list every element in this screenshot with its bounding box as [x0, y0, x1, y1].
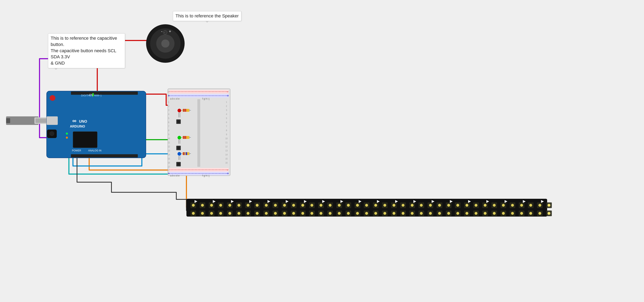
svg-point-211 [529, 204, 532, 207]
svg-point-225 [228, 212, 231, 215]
svg-rect-176 [373, 202, 378, 208]
svg-point-173 [356, 204, 359, 207]
svg-rect-202 [492, 202, 497, 208]
svg-rect-276 [464, 211, 470, 216]
svg-rect-240 [300, 211, 306, 216]
svg-rect-294 [546, 211, 552, 216]
svg-rect-152 [264, 202, 269, 208]
svg-point-187 [420, 204, 423, 207]
svg-point-197 [466, 204, 468, 207]
svg-rect-20 [47, 130, 57, 138]
svg-point-223 [219, 212, 222, 215]
svg-rect-168 [336, 202, 342, 208]
svg-point-185 [411, 204, 414, 207]
svg-text:a b c d e: a b c d e [170, 174, 180, 177]
svg-point-143 [219, 204, 222, 207]
svg-rect-129 [176, 119, 181, 124]
svg-text:+: + [227, 94, 229, 97]
svg-rect-127 [186, 152, 187, 155]
tooltip-speaker: This is to reference the Speaker [173, 11, 241, 21]
svg-point-151 [256, 204, 258, 207]
svg-point-159 [292, 204, 295, 207]
svg-rect-256 [373, 211, 378, 216]
svg-rect-186 [418, 202, 424, 208]
svg-rect-230 [254, 211, 260, 216]
svg-text:1: 1 [226, 101, 227, 103]
svg-point-261 [392, 212, 395, 215]
svg-text:7: 7 [226, 125, 227, 128]
svg-rect-138 [200, 202, 205, 208]
svg-rect-248 [336, 211, 342, 216]
svg-rect-5 [46, 91, 146, 158]
svg-point-263 [402, 212, 404, 215]
svg-text:9: 9 [168, 133, 170, 136]
svg-rect-119 [185, 136, 186, 139]
svg-point-279 [474, 212, 478, 215]
svg-rect-268 [428, 211, 433, 216]
svg-text:+: + [227, 172, 229, 175]
svg-rect-254 [364, 211, 370, 216]
svg-text:▶: ▶ [249, 199, 252, 203]
svg-text:▶: ▶ [359, 199, 362, 203]
svg-point-285 [502, 212, 505, 215]
svg-text:+: + [169, 29, 171, 34]
svg-rect-12 [73, 132, 97, 148]
svg-rect-135 [186, 199, 547, 217]
svg-point-199 [474, 204, 478, 207]
svg-rect-172 [355, 202, 360, 208]
tooltip-capacitive-line2: The capacitive button needs SCL SDA 3.3V [51, 48, 116, 59]
svg-text:▶: ▶ [541, 199, 544, 203]
svg-rect-160 [300, 202, 306, 208]
svg-point-249 [338, 212, 341, 215]
svg-rect-53 [197, 99, 200, 167]
svg-text:9: 9 [226, 133, 227, 136]
svg-point-273 [447, 212, 450, 215]
svg-rect-286 [510, 211, 515, 216]
svg-point-132 [177, 147, 180, 149]
svg-text:-: - [227, 168, 228, 171]
svg-rect-112 [185, 109, 186, 112]
svg-rect-226 [236, 211, 242, 216]
svg-rect-280 [482, 211, 488, 216]
svg-text:12: 12 [225, 146, 228, 148]
tooltip-speaker-text: This is to reference the Speaker [176, 13, 239, 18]
svg-text:5: 5 [168, 117, 170, 119]
svg-text:+: + [168, 172, 170, 175]
svg-rect-11 [50, 95, 55, 101]
svg-rect-178 [382, 202, 388, 208]
svg-point-18 [66, 137, 68, 139]
svg-text:10: 10 [168, 137, 170, 140]
svg-point-233 [265, 212, 268, 215]
svg-point-183 [402, 204, 404, 207]
svg-point-191 [438, 204, 441, 207]
svg-rect-162 [309, 202, 315, 208]
svg-point-179 [384, 204, 386, 207]
svg-point-7 [73, 114, 87, 129]
svg-text:▶: ▶ [304, 199, 307, 203]
svg-rect-278 [473, 211, 479, 216]
svg-text:11: 11 [225, 141, 228, 144]
svg-text:▶: ▶ [322, 199, 325, 203]
svg-rect-140 [209, 202, 214, 208]
svg-rect-2 [34, 117, 51, 124]
svg-point-275 [456, 212, 459, 215]
svg-text:4: 4 [168, 113, 170, 115]
svg-point-157 [283, 204, 286, 207]
svg-rect-47 [170, 94, 228, 98]
svg-rect-216 [190, 211, 196, 216]
svg-text:1: 1 [168, 101, 170, 103]
svg-text:6: 6 [226, 121, 227, 123]
tooltip-capacitive-line1: This is to reference the capacitive butt… [51, 36, 117, 47]
svg-rect-198 [473, 202, 479, 208]
svg-rect-156 [282, 202, 287, 208]
svg-point-287 [511, 212, 514, 215]
svg-rect-260 [391, 211, 397, 216]
svg-point-265 [411, 212, 414, 215]
svg-point-255 [365, 212, 368, 215]
svg-rect-115 [182, 136, 190, 139]
svg-text:5: 5 [226, 117, 227, 119]
svg-text:▶: ▶ [377, 199, 380, 203]
svg-point-293 [538, 212, 541, 215]
svg-point-227 [238, 212, 240, 215]
svg-text:UNO: UNO [79, 119, 87, 123]
